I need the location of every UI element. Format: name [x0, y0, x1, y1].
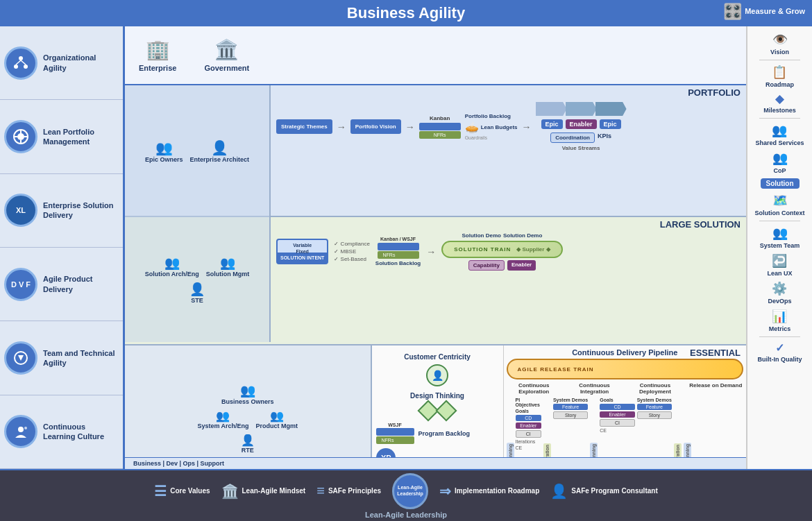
enterprise-gov-row: 🏢 Enterprise 🏛️ Government — [125, 26, 746, 85]
comp-enterprise-solution[interactable]: XL Enterprise Solution Delivery — [0, 174, 123, 248]
gauge-icon: 🎛️ — [723, 3, 742, 21]
kanban-row1 — [419, 123, 461, 130]
portfolio-content: PORTFOLIO Strategic Themes → Portfolio V… — [271, 85, 746, 216]
lean-budgets-label: Lean Budgets — [481, 124, 518, 130]
sol-demo-label2: Solution Demo — [503, 232, 542, 239]
compliance-group: ✓ Compliance ✓ MBSE ✓ Set-Based — [334, 241, 369, 262]
middle-content: 🏢 Enterprise 🏛️ Government 👥 — [125, 26, 746, 469]
right-item-roadmap[interactable]: 📋 Roadmap — [766, 65, 794, 88]
enterprise-label: Enterprise — [139, 64, 176, 72]
core-values-icon: ☰ — [154, 483, 167, 499]
measure-grow-box: 🎛️ Measure & Grow — [723, 3, 805, 21]
devops-icon: ⚙️ — [772, 281, 787, 296]
svg-point-12 — [18, 427, 24, 432]
footer-subtitle: Lean-Agile Leadership — [365, 511, 447, 519]
vs-arrow3 — [595, 102, 627, 116]
comp-agile-product[interactable]: D V F Agile Product Delivery — [0, 248, 123, 321]
iterations-label: Iterations — [516, 439, 541, 444]
footer-safe-program-consultant[interactable]: 👤 SAFe Program Consultant — [550, 483, 657, 499]
implementation-roadmap-icon: ⇒ — [439, 483, 451, 499]
comp-label-org: Organizational Agility — [43, 53, 119, 73]
system-team-icon: 👥 — [772, 225, 788, 241]
comp-team-tech[interactable]: Team and Technical Agility — [0, 321, 123, 395]
goals-label-1: Goals — [516, 409, 541, 413]
pi-main-1: PI Objectives Goals CD Enabler CI Iterat… — [516, 398, 541, 457]
ls-kanban-row-nfr: NFRs — [378, 251, 419, 259]
solution-context-icon: 🗺️ — [772, 193, 788, 208]
bands-area: 👥 Epic Owners 👤 Enterprise Architect POR… — [125, 85, 746, 457]
government-label: Government — [204, 64, 249, 72]
right-item-built-in-quality[interactable]: ✓ Built-In Quality — [758, 341, 802, 363]
right-item-solution-context[interactable]: 🗺️ Solution Context — [755, 193, 805, 216]
safe-program-consultant-label: SAFe Program Consultant — [571, 487, 657, 495]
right-item-system-team[interactable]: 👥 System Team — [760, 225, 800, 249]
set-based-check: ✓ Set-Based — [334, 256, 369, 262]
right-item-devops[interactable]: ⚙️ DevOps — [768, 281, 791, 305]
ste-item: 👤 STE — [189, 282, 205, 304]
program-backlog-group: WSJF NFRs Program Backlog — [376, 422, 499, 444]
solution-mgmt-item: 👥 Solution Mgmt — [206, 255, 250, 277]
portfolio-vision-box: Portfolio Vision — [350, 119, 401, 134]
ls-kanban-stack: NFRs — [378, 243, 419, 259]
comp-icon-lpm — [4, 120, 37, 153]
footer-safe-principles[interactable]: ≡ SAFe Principles — [316, 483, 381, 499]
epic-tag-2: Epic — [600, 119, 621, 129]
cop-label: CoP — [774, 167, 786, 174]
pi-planning-rotate-1: PI Planning — [507, 443, 514, 457]
comp-learning-culture[interactable]: Continuous Learning Culture — [0, 395, 123, 469]
comp-org-agility[interactable]: Organizational Agility — [0, 26, 123, 100]
footer-core-values[interactable]: ☰ Core Values — [154, 483, 210, 499]
epic-enabler-row: Epic Enabler Epic — [541, 119, 621, 129]
story-tag-1: Story — [553, 411, 588, 419]
pi-planning-rotate-2: PI Planning — [590, 443, 598, 457]
solution-train-box: SOLUTION TRAIN ◆ Supplier ◆ — [441, 241, 562, 258]
svg-point-1 — [14, 65, 18, 69]
footer-implementation-roadmap[interactable]: ⇒ Implementation Roadmap — [439, 483, 539, 499]
ls-kanban-row1 — [378, 243, 419, 250]
lean-agile-mindset-label: Lean-Agile Mindset — [242, 487, 306, 495]
business-owners-group: 👥 Business Owners — [221, 383, 274, 405]
right-item-cop[interactable]: 👥 CoP — [772, 151, 788, 174]
diamond2 — [435, 400, 457, 421]
right-item-solution[interactable]: Solution — [761, 178, 800, 189]
ls-arrow: → — [426, 246, 436, 257]
portfolio-kanban-group: Kanban NFRs — [419, 115, 461, 139]
right-item-metrics[interactable]: 📊 Metrics — [769, 309, 791, 332]
metrics-label: Metrics — [769, 325, 791, 332]
comp-label-clc: Continuous Learning Culture — [43, 422, 119, 442]
mbse-check: ✓ MBSE — [334, 248, 369, 255]
essential-roles: 👥 Business Owners 👥 System Arch/Eng 👥 — [125, 345, 372, 457]
design-diamonds — [376, 403, 499, 418]
enabler-tag-pi-1: Enabler — [516, 422, 541, 429]
shared-services-label: Shared Services — [755, 139, 804, 146]
pi-planning-area: PI Planning PI Objectives Goals CD Enabl… — [507, 398, 744, 457]
right-item-vision[interactable]: 👁️ Vision — [770, 32, 789, 55]
strategic-themes-box: Strategic Themes — [276, 119, 332, 134]
portfolio-kanban: NFRs — [419, 123, 461, 139]
roadmap-icon: 📋 — [772, 65, 787, 80]
kanban-label: Kanban — [430, 115, 450, 121]
comp-lean-portfolio[interactable]: Lean Portfolio Management — [0, 100, 123, 173]
divider2 — [759, 118, 801, 119]
vs-arrow1 — [536, 102, 567, 116]
ip-iteration-1: IP Iteration — [543, 443, 551, 457]
safe-principles-icon: ≡ — [316, 483, 325, 499]
right-item-milestones[interactable]: ◆ Milestones — [763, 92, 796, 114]
devops-label: DevOps — [768, 298, 791, 305]
pi-section-1: PI Planning PI Objectives Goals CD Enabl… — [507, 398, 541, 457]
comp-icon-org — [4, 46, 37, 80]
system-demos-label: System Demos — [553, 398, 588, 402]
roadmap-label: Roadmap — [766, 81, 794, 88]
essential-right-content: ESSENTIAL Continuous Delivery Pipeline A… — [504, 345, 747, 457]
metrics-icon: 📊 — [772, 309, 787, 324]
footer-lean-agile-mindset[interactable]: 🏛️ Lean-Agile Mindset — [221, 483, 306, 499]
right-item-shared-services[interactable]: 👥 Shared Services — [755, 123, 804, 146]
customer-centricity-label: Customer Centricity — [404, 353, 471, 361]
built-in-quality-label: Built-In Quality — [758, 356, 802, 363]
milestones-icon: ◆ — [775, 92, 784, 105]
lean-agile-leadership-circle[interactable]: Lean-AgileLeadership — [392, 473, 428, 509]
epic-tag-1: Epic — [541, 119, 563, 129]
xp-group: XP • Plan• Execute• Review• Retro — [376, 448, 397, 457]
right-item-lean-ux[interactable]: ↩️ Lean UX — [767, 253, 792, 277]
government-building-icon: 🏛️ — [214, 38, 239, 61]
